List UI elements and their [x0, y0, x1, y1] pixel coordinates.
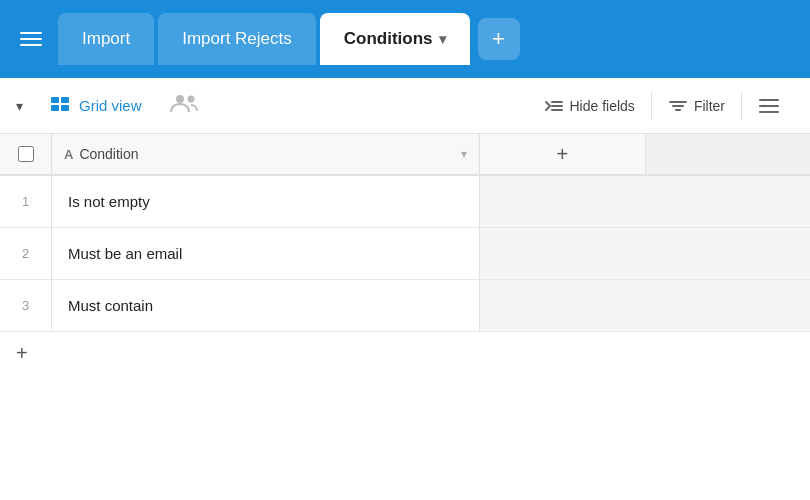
add-column-icon: + [556, 143, 568, 166]
row-num-label: 2 [22, 246, 29, 261]
grid-view-label: Grid view [79, 97, 142, 114]
filter-icon [668, 98, 688, 114]
tab-import-rejects[interactable]: Import Rejects [158, 13, 316, 65]
svg-point-5 [187, 96, 194, 103]
add-row-button[interactable]: + [0, 332, 44, 374]
tab-import-label: Import [82, 29, 130, 49]
row-num-label: 1 [22, 194, 29, 209]
hamburger-menu-button[interactable] [8, 24, 54, 54]
toolbar-divider-2 [741, 92, 742, 120]
tab-conditions-label: Conditions [344, 29, 433, 49]
people-icon-button[interactable] [160, 86, 208, 125]
hide-fields-label: Hide fields [570, 98, 635, 114]
more-options-icon [758, 97, 780, 115]
toolbar-divider-1 [651, 92, 652, 120]
svg-point-4 [176, 95, 184, 103]
row-number: 2 [0, 228, 52, 279]
condition-value: Must contain [68, 297, 153, 314]
svg-rect-1 [61, 97, 69, 103]
svg-rect-0 [51, 97, 59, 103]
table-row: 1 Is not empty [0, 176, 810, 228]
row-empty-area [480, 228, 810, 279]
column-dropdown-icon[interactable]: ▾ [461, 147, 467, 161]
condition-cell[interactable]: Is not empty [52, 176, 480, 227]
hide-fields-button[interactable]: Hide fields [530, 92, 649, 120]
add-tab-icon: + [492, 26, 505, 52]
condition-col-label: Condition [79, 146, 138, 162]
tab-import-rejects-label: Import Rejects [182, 29, 292, 49]
add-tab-button[interactable]: + [478, 18, 520, 60]
add-column-header[interactable]: + [480, 134, 646, 174]
grid-container: A Condition ▾ + 1 Is not empty 2 Must be… [0, 134, 810, 500]
condition-cell[interactable]: Must be an email [52, 228, 480, 279]
table-row: 2 Must be an email [0, 228, 810, 280]
svg-rect-2 [51, 105, 59, 111]
row-num-label: 3 [22, 298, 29, 313]
row-number: 1 [0, 176, 52, 227]
row-number: 3 [0, 280, 52, 331]
row-empty-area [480, 280, 810, 331]
more-options-button[interactable] [744, 91, 794, 121]
condition-cell[interactable]: Must contain [52, 280, 480, 331]
select-all-checkbox[interactable] [18, 146, 34, 162]
hide-fields-icon [544, 98, 564, 114]
top-bar: Import Import Rejects Conditions ▾ + [0, 0, 810, 78]
filter-label: Filter [694, 98, 725, 114]
tab-conditions[interactable]: Conditions ▾ [320, 13, 470, 65]
grid-icon [49, 95, 71, 117]
add-row-icon: + [16, 342, 28, 365]
empty-column-area [646, 134, 811, 174]
row-empty-area [480, 176, 810, 227]
chevron-down-icon: ▾ [439, 31, 446, 47]
grid-view-button[interactable]: Grid view [39, 89, 152, 123]
condition-value: Must be an email [68, 245, 182, 262]
filter-button[interactable]: Filter [654, 92, 739, 120]
checkbox-column-header[interactable] [0, 134, 52, 174]
toolbar: ▾ Grid view Hide fields [0, 78, 810, 134]
condition-column-header: A Condition ▾ [52, 134, 480, 174]
text-field-icon: A [64, 147, 73, 162]
table-row: 3 Must contain [0, 280, 810, 332]
tab-import[interactable]: Import [58, 13, 154, 65]
grid-header: A Condition ▾ + [0, 134, 810, 176]
view-dropdown-arrow[interactable]: ▾ [16, 98, 23, 114]
svg-rect-3 [61, 105, 69, 111]
condition-value: Is not empty [68, 193, 150, 210]
add-row-area: + [0, 332, 810, 374]
people-icon [170, 92, 198, 114]
